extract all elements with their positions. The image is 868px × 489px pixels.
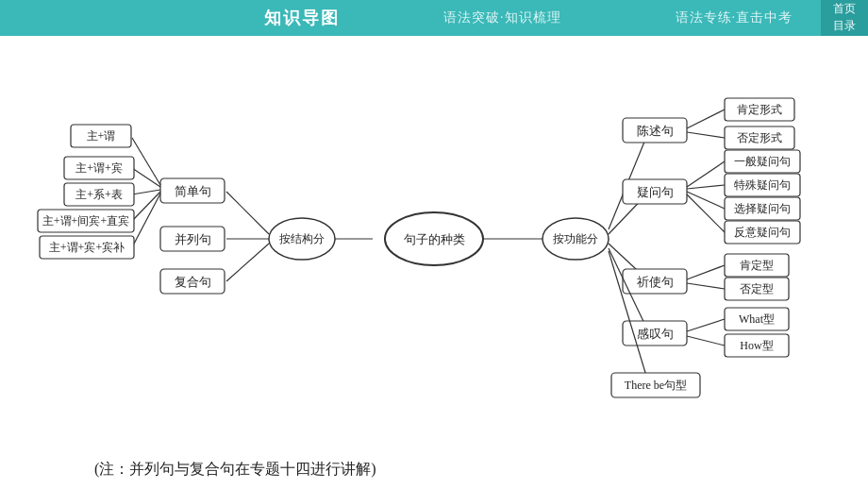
svg-line-47 [687, 110, 725, 128]
svg-text:主+谓+宾+宾补: 主+谓+宾+宾补 [49, 241, 125, 254]
svg-line-71 [687, 319, 725, 331]
svg-text:肯定型: 肯定型 [740, 259, 774, 272]
svg-line-3 [226, 192, 269, 234]
svg-text:主+谓+宾: 主+谓+宾 [75, 161, 123, 175]
svg-text:疑问句: 疑问句 [637, 185, 674, 199]
svg-line-50 [687, 132, 725, 138]
svg-line-18 [132, 190, 160, 194]
svg-text:按结构分: 按结构分 [279, 232, 325, 245]
svg-text:祈使句: 祈使句 [637, 275, 674, 289]
svg-text:否定型: 否定型 [740, 282, 774, 295]
svg-text:简单句: 简单句 [175, 184, 211, 198]
svg-text:What型: What型 [739, 312, 775, 326]
svg-line-24 [132, 194, 160, 247]
header: 知识导图 语法突破·知识梳理 语法专练·直击中考 首页 目录 [0, 0, 868, 36]
mindmap-svg: 按结构分 简单句 并列句 复合句 主+谓 主+谓+宾 主+系+表 主+谓+间宾+… [0, 36, 868, 442]
svg-text:How型: How型 [740, 339, 773, 352]
svg-text:句子的种类: 句子的种类 [404, 232, 465, 246]
svg-line-74 [687, 336, 725, 346]
svg-text:主+谓: 主+谓 [87, 129, 116, 143]
note-text: (注：并列句与复合句在专题十四进行讲解) [94, 460, 376, 480]
main-content: 按结构分 简单句 并列句 复合句 主+谓 主+谓+宾 主+系+表 主+谓+间宾+… [0, 36, 868, 489]
svg-text:感叹句: 感叹句 [637, 327, 674, 341]
svg-text:否定形式: 否定形式 [737, 131, 782, 144]
svg-text:并列句: 并列句 [175, 232, 211, 246]
svg-line-56 [687, 185, 725, 189]
svg-line-68 [687, 283, 725, 289]
svg-text:反意疑问句: 反意疑问句 [734, 226, 791, 239]
svg-text:There be句型: There be句型 [625, 379, 687, 392]
svg-text:按功能分: 按功能分 [553, 232, 598, 245]
svg-text:一般疑问句: 一般疑问句 [734, 155, 791, 168]
svg-line-65 [687, 265, 725, 279]
header-sub1: 语法突破·知识梳理 [443, 9, 561, 26]
svg-text:主+系+表: 主+系+表 [75, 188, 123, 201]
nav-home[interactable]: 首页 [833, 2, 856, 17]
nav-toc[interactable]: 目录 [833, 19, 856, 34]
header-title: 知识导图 [264, 7, 340, 29]
svg-text:肯定形式: 肯定形式 [737, 103, 782, 116]
svg-text:特殊疑问句: 特殊疑问句 [734, 178, 791, 192]
svg-text:主+谓+间宾+直宾: 主+谓+间宾+直宾 [42, 214, 129, 228]
svg-line-53 [687, 161, 725, 187]
header-nav[interactable]: 首页 目录 [821, 0, 868, 36]
svg-line-21 [132, 192, 160, 221]
svg-text:选择疑问句: 选择疑问句 [734, 202, 791, 215]
svg-line-9 [226, 244, 269, 281]
svg-text:复合句: 复合句 [175, 275, 211, 289]
svg-text:陈述句: 陈述句 [637, 124, 674, 138]
header-sub2: 语法专练·直击中考 [676, 9, 793, 26]
